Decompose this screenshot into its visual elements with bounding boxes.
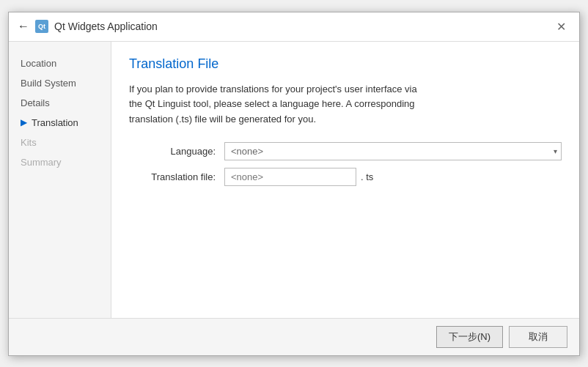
sidebar-item-label: Details xyxy=(21,97,50,108)
content-area: Location Build System Details ▶ Translat… xyxy=(9,42,579,318)
translation-file-control: . ts xyxy=(224,168,562,186)
main-content: Translation File If you plan to provide … xyxy=(111,42,579,318)
translation-file-label: Translation file: xyxy=(129,171,224,182)
description-line1: If you plan to provide translations for … xyxy=(129,84,417,94)
translation-file-row: Translation file: . ts xyxy=(129,168,562,186)
language-select-wrapper: <none> ▾ xyxy=(224,142,562,160)
translation-file-input[interactable] xyxy=(224,168,356,186)
language-row: Language: <none> ▾ xyxy=(129,142,562,160)
dialog-title: Qt Widgets Application xyxy=(54,21,158,32)
language-select[interactable]: <none> xyxy=(224,142,562,160)
section-title: Translation File xyxy=(129,56,562,72)
footer: 下一步(N) 取消 xyxy=(9,318,579,355)
active-arrow-icon: ▶ xyxy=(21,117,27,127)
sidebar-item-details[interactable]: Details xyxy=(9,93,111,113)
app-icon: Qt xyxy=(35,20,48,33)
title-bar-left: ← Qt Qt Widgets Application xyxy=(18,20,158,33)
description-line2: the Qt Linguist tool, please select a la… xyxy=(129,98,415,109)
sidebar-item-translation[interactable]: ▶ Translation xyxy=(9,113,111,133)
sidebar-item-label: Summary xyxy=(21,157,62,168)
sidebar-item-label: Kits xyxy=(21,137,37,148)
sidebar-item-label: Build System xyxy=(21,78,76,89)
sidebar-item-kits[interactable]: Kits xyxy=(9,133,111,152)
translation-file-input-row: . ts xyxy=(224,168,562,186)
sidebar-item-label: Location xyxy=(21,58,56,69)
next-button[interactable]: 下一步(N) xyxy=(436,326,503,348)
description-line3: translation (.ts) file will be generated… xyxy=(129,114,316,125)
sidebar-item-build-system[interactable]: Build System xyxy=(9,73,111,93)
close-button[interactable]: ✕ xyxy=(552,18,570,35)
description: If you plan to provide translations for … xyxy=(129,82,562,127)
title-bar: ← Qt Qt Widgets Application ✕ xyxy=(9,12,579,42)
cancel-button[interactable]: 取消 xyxy=(509,326,567,348)
back-button[interactable]: ← xyxy=(18,20,29,33)
language-label: Language: xyxy=(129,146,224,157)
sidebar-item-location[interactable]: Location xyxy=(9,53,111,73)
sidebar-item-label: Translation xyxy=(32,117,78,128)
language-control: <none> ▾ xyxy=(224,142,562,160)
dialog: ← Qt Qt Widgets Application ✕ Location B… xyxy=(8,12,580,356)
sidebar-item-summary[interactable]: Summary xyxy=(9,152,111,172)
ts-suffix: . ts xyxy=(361,171,373,182)
sidebar: Location Build System Details ▶ Translat… xyxy=(9,42,111,318)
